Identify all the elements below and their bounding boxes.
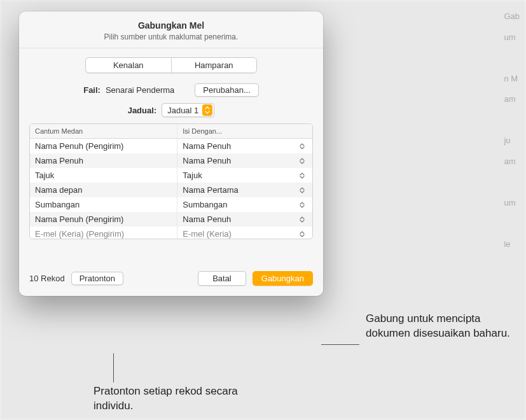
dialog-title: Gabungkan Mel (29, 20, 313, 31)
record-count: 10 Rekod (29, 274, 65, 283)
merge-field-cell: Nama Penuh (30, 153, 177, 168)
fill-with-value: Nama Pertama (183, 185, 238, 195)
table-row: TajukTajuk (30, 168, 312, 183)
callout-preview: Pratonton setiap rekod secara individu. (93, 384, 272, 414)
fill-with-value: E-mel (Keria) (183, 229, 232, 239)
preview-button[interactable]: Pratonton (71, 272, 123, 285)
table-label: Jadual: (128, 106, 157, 115)
tab-spreadsheet[interactable]: Hamparan (172, 58, 257, 73)
fill-with-value: Nama Penuh (183, 141, 231, 151)
background-blurred-text: Gabumn Mamjuamumle (504, 6, 520, 255)
mail-merge-dialog: Gabungkan Mel Pilih sumber untuk makluma… (19, 11, 323, 296)
callout-connector (113, 353, 114, 382)
merge-field-cell: Nama depan (30, 183, 177, 197)
source-segmented-control: Kenalan Hamparan (85, 57, 257, 73)
fill-with-value: Sumbangan (183, 200, 227, 209)
fill-with-cell[interactable]: Nama Penuh (177, 139, 312, 153)
fill-with-cell[interactable]: Tajuk (177, 168, 312, 183)
fill-with-cell[interactable]: E-mel (Keria) (177, 227, 312, 239)
chevron-updown-icon (300, 143, 307, 150)
table-row: E-mel (Keria) (Pengirim)E-mel (Keria) (30, 227, 312, 239)
chevron-updown-icon (300, 216, 307, 223)
chevron-updown-icon (202, 104, 212, 116)
merge-field-cell: Sumbangan (30, 197, 177, 212)
table-body: Nama Penuh (Pengirim)Nama PenuhNama Penu… (30, 139, 312, 239)
fill-with-value: Nama Penuh (183, 156, 231, 165)
table-header-row: Cantum Medan Isi Dengan... (30, 124, 312, 139)
chevron-updown-icon (300, 158, 307, 164)
table-row: SumbanganSumbangan (30, 197, 312, 212)
chevron-updown-icon (300, 231, 307, 237)
table-row: Nama depanNama Pertama (30, 183, 312, 197)
dialog-subtitle: Pilih sumber untuk maklumat penerima. (29, 32, 313, 41)
change-file-button[interactable]: Perubahan... (195, 83, 258, 97)
file-row: Fail: Senarai Penderma Perubahan... (29, 83, 313, 97)
dialog-footer: 10 Rekod Pratonton Batal Gabungkan (19, 262, 323, 296)
file-value: Senarai Penderma (106, 85, 174, 95)
fill-with-cell[interactable]: Sumbangan (177, 197, 312, 212)
field-mapping-table: Cantum Medan Isi Dengan... Nama Penuh (P… (29, 123, 313, 239)
callout-merge: Gabung untuk mencipta dokumen disesuaika… (366, 312, 518, 341)
merge-field-cell: Tajuk (30, 168, 177, 183)
table-row: Nama PenuhNama Penuh (30, 153, 312, 168)
table-row: Jadual: Jadual 1 (29, 103, 313, 117)
chevron-updown-icon (300, 187, 307, 193)
fill-with-cell[interactable]: Nama Pertama (177, 183, 312, 197)
dialog-body: Kenalan Hamparan Fail: Senarai Penderma … (19, 48, 323, 246)
merge-field-cell: Nama Penuh (Pengirim) (30, 139, 177, 153)
fill-with-value: Nama Penuh (183, 214, 231, 224)
merge-field-cell: Nama Penuh (Pengirim) (30, 212, 177, 227)
fill-with-cell[interactable]: Nama Penuh (177, 212, 312, 227)
fill-with-cell[interactable]: Nama Penuh (177, 153, 312, 168)
cancel-button[interactable]: Batal (198, 271, 246, 286)
merge-field-cell: E-mel (Keria) (Pengirim) (30, 227, 177, 239)
table-row: Nama Penuh (Pengirim)Nama Penuh (30, 212, 312, 227)
column-header-merge-field: Cantum Medan (30, 124, 177, 138)
column-header-fill-with: Isi Dengan... (177, 124, 312, 138)
chevron-updown-icon (300, 202, 307, 208)
tab-contacts[interactable]: Kenalan (86, 58, 172, 73)
merge-button[interactable]: Gabungkan (253, 271, 313, 286)
table-row: Nama Penuh (Pengirim)Nama Penuh (30, 139, 312, 153)
chevron-updown-icon (300, 172, 307, 179)
fill-with-value: Tajuk (183, 171, 202, 180)
file-label: Fail: (83, 85, 100, 95)
callout-connector (321, 344, 359, 345)
dialog-header: Gabungkan Mel Pilih sumber untuk makluma… (19, 11, 323, 48)
table-selected-value: Jadual 1 (167, 106, 198, 115)
table-select[interactable]: Jadual 1 (162, 103, 214, 117)
